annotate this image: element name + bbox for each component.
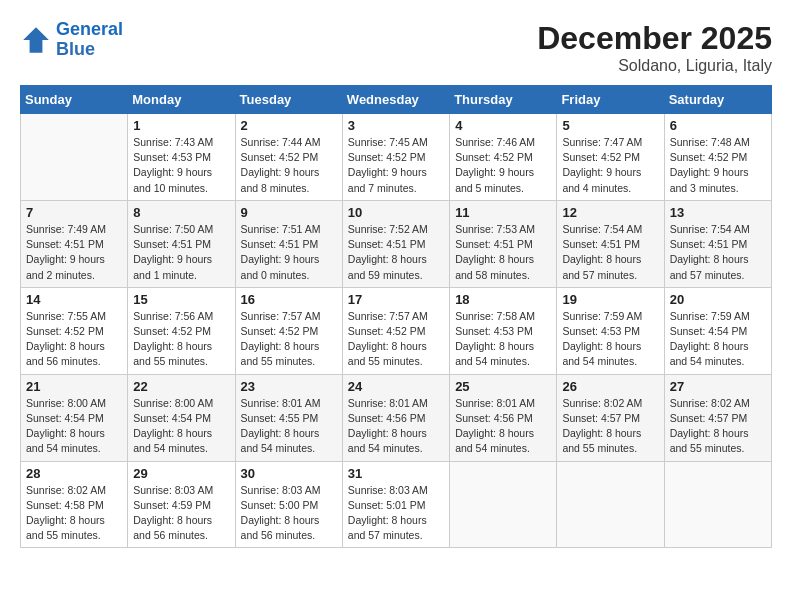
day-info: Sunrise: 7:48 AM Sunset: 4:52 PM Dayligh… [670, 135, 766, 196]
day-cell: 1Sunrise: 7:43 AM Sunset: 4:53 PM Daylig… [128, 114, 235, 201]
day-cell: 5Sunrise: 7:47 AM Sunset: 4:52 PM Daylig… [557, 114, 664, 201]
day-number: 11 [455, 205, 551, 220]
day-info: Sunrise: 8:00 AM Sunset: 4:54 PM Dayligh… [26, 396, 122, 457]
day-number: 21 [26, 379, 122, 394]
calendar-table: SundayMondayTuesdayWednesdayThursdayFrid… [20, 85, 772, 548]
month-title: December 2025 [537, 20, 772, 57]
header-thursday: Thursday [450, 86, 557, 114]
day-info: Sunrise: 7:43 AM Sunset: 4:53 PM Dayligh… [133, 135, 229, 196]
day-cell: 6Sunrise: 7:48 AM Sunset: 4:52 PM Daylig… [664, 114, 771, 201]
day-info: Sunrise: 8:01 AM Sunset: 4:56 PM Dayligh… [455, 396, 551, 457]
day-number: 26 [562, 379, 658, 394]
week-row-2: 7Sunrise: 7:49 AM Sunset: 4:51 PM Daylig… [21, 200, 772, 287]
header-friday: Friday [557, 86, 664, 114]
day-info: Sunrise: 8:02 AM Sunset: 4:57 PM Dayligh… [670, 396, 766, 457]
page-header: General Blue December 2025 Soldano, Ligu… [20, 20, 772, 75]
day-info: Sunrise: 7:45 AM Sunset: 4:52 PM Dayligh… [348, 135, 444, 196]
day-number: 20 [670, 292, 766, 307]
day-cell: 2Sunrise: 7:44 AM Sunset: 4:52 PM Daylig… [235, 114, 342, 201]
day-cell [664, 461, 771, 548]
day-cell: 30Sunrise: 8:03 AM Sunset: 5:00 PM Dayli… [235, 461, 342, 548]
day-cell: 22Sunrise: 8:00 AM Sunset: 4:54 PM Dayli… [128, 374, 235, 461]
day-info: Sunrise: 7:56 AM Sunset: 4:52 PM Dayligh… [133, 309, 229, 370]
day-info: Sunrise: 8:03 AM Sunset: 5:00 PM Dayligh… [241, 483, 337, 544]
day-info: Sunrise: 7:54 AM Sunset: 4:51 PM Dayligh… [670, 222, 766, 283]
day-info: Sunrise: 7:57 AM Sunset: 4:52 PM Dayligh… [241, 309, 337, 370]
day-cell: 16Sunrise: 7:57 AM Sunset: 4:52 PM Dayli… [235, 287, 342, 374]
svg-marker-0 [23, 27, 49, 53]
day-cell: 13Sunrise: 7:54 AM Sunset: 4:51 PM Dayli… [664, 200, 771, 287]
day-info: Sunrise: 8:03 AM Sunset: 5:01 PM Dayligh… [348, 483, 444, 544]
location: Soldano, Liguria, Italy [537, 57, 772, 75]
day-number: 10 [348, 205, 444, 220]
logo-text: General Blue [56, 20, 123, 60]
day-cell [450, 461, 557, 548]
day-cell: 24Sunrise: 8:01 AM Sunset: 4:56 PM Dayli… [342, 374, 449, 461]
title-block: December 2025 Soldano, Liguria, Italy [537, 20, 772, 75]
day-number: 22 [133, 379, 229, 394]
logo-blue: Blue [56, 39, 95, 59]
day-number: 6 [670, 118, 766, 133]
day-info: Sunrise: 8:01 AM Sunset: 4:56 PM Dayligh… [348, 396, 444, 457]
day-number: 30 [241, 466, 337, 481]
day-number: 24 [348, 379, 444, 394]
day-cell: 8Sunrise: 7:50 AM Sunset: 4:51 PM Daylig… [128, 200, 235, 287]
day-number: 16 [241, 292, 337, 307]
day-number: 8 [133, 205, 229, 220]
day-cell: 19Sunrise: 7:59 AM Sunset: 4:53 PM Dayli… [557, 287, 664, 374]
day-cell: 14Sunrise: 7:55 AM Sunset: 4:52 PM Dayli… [21, 287, 128, 374]
day-cell: 10Sunrise: 7:52 AM Sunset: 4:51 PM Dayli… [342, 200, 449, 287]
day-info: Sunrise: 8:01 AM Sunset: 4:55 PM Dayligh… [241, 396, 337, 457]
day-info: Sunrise: 8:02 AM Sunset: 4:57 PM Dayligh… [562, 396, 658, 457]
day-info: Sunrise: 7:46 AM Sunset: 4:52 PM Dayligh… [455, 135, 551, 196]
day-cell: 26Sunrise: 8:02 AM Sunset: 4:57 PM Dayli… [557, 374, 664, 461]
day-cell [557, 461, 664, 548]
day-number: 5 [562, 118, 658, 133]
day-info: Sunrise: 7:51 AM Sunset: 4:51 PM Dayligh… [241, 222, 337, 283]
day-number: 12 [562, 205, 658, 220]
day-info: Sunrise: 7:57 AM Sunset: 4:52 PM Dayligh… [348, 309, 444, 370]
day-cell: 31Sunrise: 8:03 AM Sunset: 5:01 PM Dayli… [342, 461, 449, 548]
day-number: 3 [348, 118, 444, 133]
day-cell [21, 114, 128, 201]
day-info: Sunrise: 7:44 AM Sunset: 4:52 PM Dayligh… [241, 135, 337, 196]
day-info: Sunrise: 7:58 AM Sunset: 4:53 PM Dayligh… [455, 309, 551, 370]
day-info: Sunrise: 7:54 AM Sunset: 4:51 PM Dayligh… [562, 222, 658, 283]
day-info: Sunrise: 7:52 AM Sunset: 4:51 PM Dayligh… [348, 222, 444, 283]
day-info: Sunrise: 8:02 AM Sunset: 4:58 PM Dayligh… [26, 483, 122, 544]
day-number: 14 [26, 292, 122, 307]
day-cell: 4Sunrise: 7:46 AM Sunset: 4:52 PM Daylig… [450, 114, 557, 201]
day-cell: 23Sunrise: 8:01 AM Sunset: 4:55 PM Dayli… [235, 374, 342, 461]
logo-icon [20, 24, 52, 56]
day-number: 1 [133, 118, 229, 133]
week-row-5: 28Sunrise: 8:02 AM Sunset: 4:58 PM Dayli… [21, 461, 772, 548]
day-cell: 29Sunrise: 8:03 AM Sunset: 4:59 PM Dayli… [128, 461, 235, 548]
header-monday: Monday [128, 86, 235, 114]
day-info: Sunrise: 7:53 AM Sunset: 4:51 PM Dayligh… [455, 222, 551, 283]
day-number: 18 [455, 292, 551, 307]
logo: General Blue [20, 20, 123, 60]
day-number: 19 [562, 292, 658, 307]
day-info: Sunrise: 8:00 AM Sunset: 4:54 PM Dayligh… [133, 396, 229, 457]
day-number: 25 [455, 379, 551, 394]
day-cell: 21Sunrise: 8:00 AM Sunset: 4:54 PM Dayli… [21, 374, 128, 461]
day-cell: 12Sunrise: 7:54 AM Sunset: 4:51 PM Dayli… [557, 200, 664, 287]
day-info: Sunrise: 7:59 AM Sunset: 4:54 PM Dayligh… [670, 309, 766, 370]
day-cell: 7Sunrise: 7:49 AM Sunset: 4:51 PM Daylig… [21, 200, 128, 287]
header-sunday: Sunday [21, 86, 128, 114]
day-number: 15 [133, 292, 229, 307]
day-info: Sunrise: 7:49 AM Sunset: 4:51 PM Dayligh… [26, 222, 122, 283]
day-info: Sunrise: 7:59 AM Sunset: 4:53 PM Dayligh… [562, 309, 658, 370]
day-info: Sunrise: 8:03 AM Sunset: 4:59 PM Dayligh… [133, 483, 229, 544]
day-cell: 18Sunrise: 7:58 AM Sunset: 4:53 PM Dayli… [450, 287, 557, 374]
day-cell: 3Sunrise: 7:45 AM Sunset: 4:52 PM Daylig… [342, 114, 449, 201]
header-row: SundayMondayTuesdayWednesdayThursdayFrid… [21, 86, 772, 114]
week-row-1: 1Sunrise: 7:43 AM Sunset: 4:53 PM Daylig… [21, 114, 772, 201]
day-number: 23 [241, 379, 337, 394]
day-number: 4 [455, 118, 551, 133]
day-number: 9 [241, 205, 337, 220]
day-info: Sunrise: 7:55 AM Sunset: 4:52 PM Dayligh… [26, 309, 122, 370]
header-wednesday: Wednesday [342, 86, 449, 114]
week-row-3: 14Sunrise: 7:55 AM Sunset: 4:52 PM Dayli… [21, 287, 772, 374]
header-tuesday: Tuesday [235, 86, 342, 114]
